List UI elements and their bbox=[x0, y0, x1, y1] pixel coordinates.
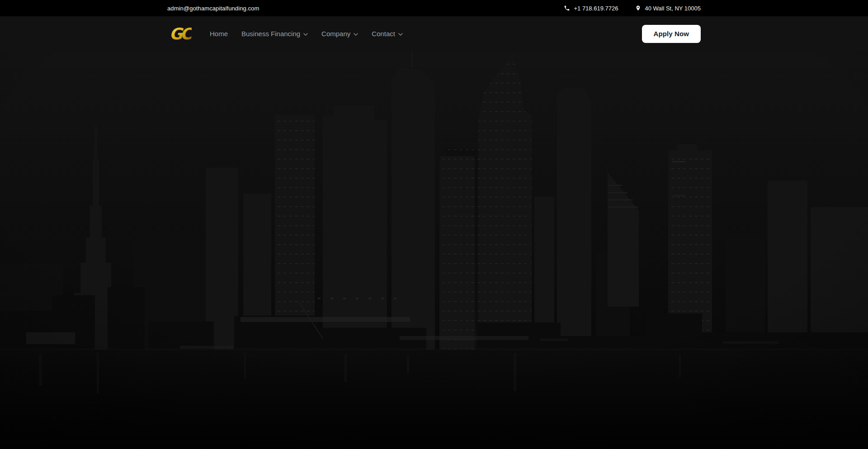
nav-menu: Home Business Financing Company bbox=[210, 30, 403, 37]
nav-item-label: Company bbox=[321, 30, 350, 37]
address-text: 40 Wall St, NY 10005 bbox=[645, 5, 701, 12]
apply-now-button[interactable]: Apply Now bbox=[642, 25, 701, 43]
vignette-overlay bbox=[0, 51, 868, 449]
nav-item-label: Business Financing bbox=[241, 30, 300, 37]
location-pin-icon bbox=[635, 5, 641, 11]
nav-item-label: Contact bbox=[372, 30, 395, 37]
phone-link[interactable]: +1 718.619.7726 bbox=[564, 5, 618, 12]
hero-section bbox=[0, 51, 868, 449]
page: admin@gothamcapitalfunding.com +1 718.61… bbox=[0, 0, 868, 449]
main-navbar: GC Home Business Financing Company bbox=[0, 16, 868, 51]
nav-item-business-financing[interactable]: Business Financing bbox=[241, 30, 308, 37]
logo[interactable]: GC bbox=[167, 24, 192, 43]
address-link[interactable]: 40 Wall St, NY 10005 bbox=[635, 5, 701, 12]
nav-item-contact[interactable]: Contact bbox=[372, 30, 403, 37]
topbar-contacts: +1 718.619.7726 40 Wall St, NY 10005 bbox=[564, 5, 701, 12]
phone-icon bbox=[564, 5, 570, 11]
top-contact-bar: admin@gothamcapitalfunding.com +1 718.61… bbox=[0, 0, 868, 16]
nav-item-home[interactable]: Home bbox=[210, 30, 228, 37]
chevron-down-icon bbox=[354, 33, 358, 36]
nav-item-label: Home bbox=[210, 30, 228, 37]
nav-item-company[interactable]: Company bbox=[321, 30, 358, 37]
email-link[interactable]: admin@gothamcapitalfunding.com bbox=[167, 5, 259, 12]
svg-text:GC: GC bbox=[170, 25, 192, 43]
chevron-down-icon bbox=[398, 33, 403, 36]
phone-number: +1 718.619.7726 bbox=[574, 5, 618, 12]
hero-skyline-image bbox=[0, 51, 868, 449]
gc-logo-icon: GC bbox=[167, 24, 192, 43]
chevron-down-icon bbox=[303, 33, 308, 36]
